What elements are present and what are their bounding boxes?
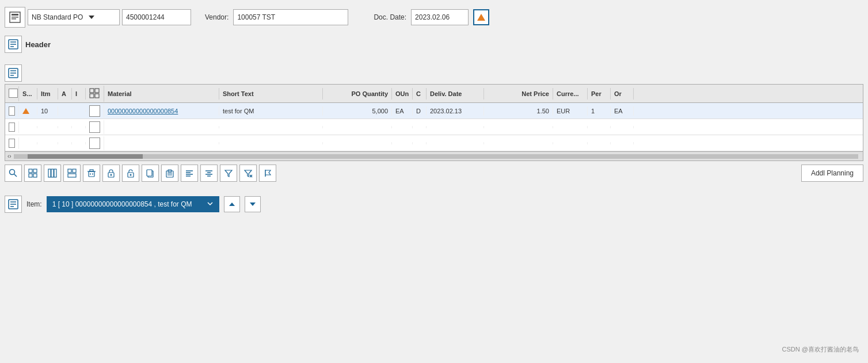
svg-rect-38 — [147, 170, 152, 176]
table-row[interactable]: 10 00000000000000000854 test for QM 5,00… — [5, 103, 863, 119]
col-header-material: Material — [104, 88, 219, 100]
svg-rect-1 — [12, 14, 18, 16]
copy-button[interactable] — [142, 165, 159, 182]
svg-rect-19 — [33, 169, 37, 173]
row3-a — [58, 142, 72, 144]
row2-short-text — [219, 126, 323, 128]
row3-i — [72, 142, 86, 144]
addl-planning-button[interactable]: Addl Planning — [801, 165, 863, 182]
col-header-s: S... — [19, 88, 37, 100]
row3-deliv — [427, 142, 484, 144]
row1-material[interactable]: 00000000000000000854 — [104, 106, 219, 116]
bottom-toolbar: Addl Planning — [5, 165, 863, 182]
flag-button[interactable] — [259, 165, 276, 182]
svg-point-16 — [10, 170, 15, 175]
col-header-short-text: Short Text — [219, 88, 323, 100]
chevron-down-icon — [250, 202, 256, 206]
row1-grid-icon — [86, 104, 104, 118]
warning-triangle-icon — [477, 14, 485, 21]
align-left-button[interactable] — [181, 165, 198, 182]
row1-short-text: test for QM — [219, 106, 323, 116]
grid-view-button[interactable] — [24, 165, 41, 182]
status-warning-icon — [22, 108, 29, 114]
item-dropdown[interactable]: 1 [ 10 ] 00000000000000000854 , test for… — [47, 196, 219, 212]
material-link[interactable]: 00000000000000000854 — [108, 108, 178, 114]
col-header-itm: Itm — [37, 88, 58, 100]
svg-rect-20 — [29, 174, 32, 177]
row1-status — [19, 107, 37, 115]
header-section-title: Header — [25, 40, 51, 49]
col-header-currency: Curre... — [553, 88, 588, 100]
row3-currency — [553, 142, 588, 144]
vendor-field[interactable]: 100057 TST — [233, 9, 348, 25]
col-header-check — [5, 86, 19, 101]
svg-rect-2 — [12, 17, 18, 18]
po-number-value: 4500001244 — [126, 13, 165, 21]
row1-c: D — [413, 106, 427, 116]
warning-button[interactable] — [473, 9, 489, 25]
po-type-select[interactable]: NB Standard PO — [28, 9, 120, 25]
columns-button[interactable] — [44, 165, 61, 182]
col-header-a: A — [58, 88, 72, 100]
items-section-icon[interactable] — [5, 64, 22, 82]
table-row[interactable] — [5, 135, 863, 151]
po-number-field[interactable]: 4500001244 — [122, 9, 191, 25]
col-header-deliv: Deliv. Date — [427, 88, 484, 100]
horizontal-scrollbar[interactable]: ‹ › — [5, 151, 863, 161]
row2-currency — [553, 126, 588, 128]
row1-or: EA — [611, 106, 634, 116]
row2-check[interactable] — [5, 121, 19, 133]
header-section-icon[interactable] — [5, 36, 22, 53]
unlock-button[interactable] — [122, 165, 139, 182]
col-header-per: Per — [588, 88, 611, 100]
paste-button[interactable] — [161, 165, 178, 182]
scroll-right-arrow[interactable]: › — [9, 153, 11, 159]
table-row[interactable] — [5, 119, 863, 135]
svg-point-36 — [130, 174, 132, 176]
filter-button[interactable] — [220, 165, 237, 182]
item-dropdown-value: 1 [ 10 ] 00000000000000000854 , test for… — [52, 200, 192, 208]
row1-a — [58, 110, 72, 112]
nav-up-button[interactable] — [224, 196, 240, 212]
row3-check[interactable] — [5, 137, 19, 149]
col-header-c: C — [413, 88, 427, 100]
doc-date-field[interactable]: 2023.02.06 — [411, 9, 469, 25]
col-header-grid-icon — [86, 86, 104, 102]
row2-or — [611, 126, 634, 128]
row2-itm — [37, 126, 58, 128]
row2-status — [19, 126, 37, 128]
item-section-icon[interactable] — [5, 196, 22, 213]
po-type-icon[interactable] — [5, 7, 25, 28]
filter-remove-button[interactable] — [239, 165, 257, 182]
row3-po-qty — [323, 142, 392, 144]
search-button[interactable] — [5, 165, 22, 182]
delete-button[interactable] — [83, 165, 100, 182]
scroll-thumb[interactable] — [28, 154, 143, 159]
scroll-track[interactable] — [14, 154, 858, 159]
row3-net-price — [484, 142, 553, 144]
svg-rect-18 — [29, 169, 32, 173]
col-header-i: I — [72, 88, 86, 100]
row3-per — [588, 142, 611, 144]
items-grid: S... Itm A I Material Short Text PO Quan… — [5, 84, 863, 161]
items-icon-row — [5, 64, 863, 82]
col-header-or: Or — [611, 88, 634, 100]
row1-check[interactable] — [5, 105, 19, 117]
row2-grid-icon — [86, 120, 104, 134]
align-center-button[interactable] — [200, 165, 218, 182]
doc-date-label: Doc. Date: — [374, 13, 406, 21]
svg-rect-27 — [68, 174, 76, 177]
svg-rect-21 — [33, 174, 37, 177]
row2-oun — [392, 126, 413, 128]
svg-point-34 — [111, 174, 112, 176]
row3-itm — [37, 142, 58, 144]
vendor-label: Vendor: — [205, 13, 229, 21]
nav-down-button[interactable] — [245, 196, 261, 212]
items-section: S... Itm A I Material Short Text PO Quan… — [5, 64, 863, 182]
vendor-value: 100057 TST — [237, 13, 275, 21]
lock-button[interactable] — [102, 165, 120, 182]
row2-po-qty — [323, 126, 392, 128]
header-checkbox[interactable] — [9, 89, 18, 98]
row2-material — [104, 126, 219, 128]
layout-button[interactable] — [63, 165, 81, 182]
